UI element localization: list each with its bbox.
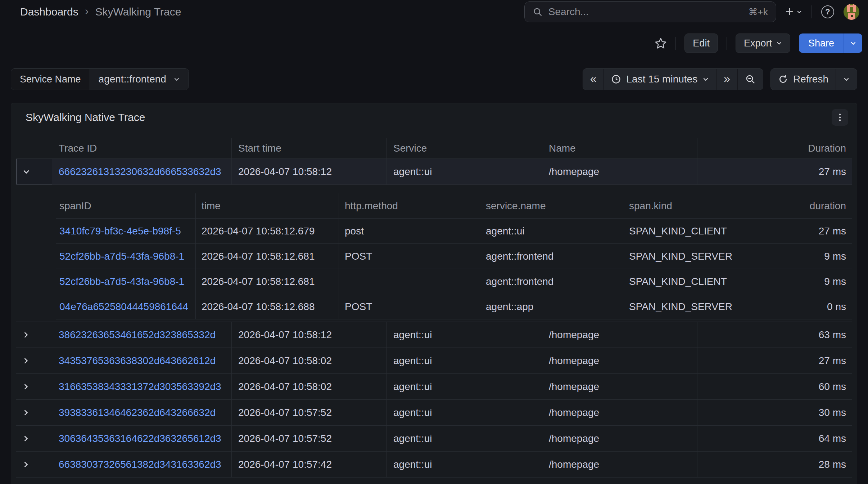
- service-name-value: agent::frontend: [99, 73, 166, 85]
- breadcrumb-current: SkyWalking Trace: [95, 6, 181, 18]
- span-row: 04e76a65258044459861644 2026-04-07 10:58…: [56, 294, 852, 319]
- refresh-label: Refresh: [793, 73, 828, 85]
- service-name-select[interactable]: agent::frontend: [90, 69, 189, 90]
- trace-id-link[interactable]: 31663538343331372d303563392d3: [52, 374, 232, 399]
- trace-id-link[interactable]: 34353765363638302d643662612d: [52, 348, 232, 373]
- span-http-method-cell: [339, 269, 480, 294]
- span-time-cell: 2026-04-07 10:58:12.681: [196, 269, 339, 294]
- span-duration-cell: 27 ms: [766, 219, 852, 243]
- span-kind-cell: SPAN_KIND_CLIENT: [623, 269, 766, 294]
- table-row[interactable]: 66623261313230632d666533632d3 2026-04-07…: [16, 159, 852, 185]
- span-service-name-cell: agent::ui: [480, 219, 623, 243]
- span-column-header-spanid[interactable]: spanID: [56, 193, 196, 218]
- service-name-label: Service Name: [11, 69, 90, 90]
- time-shift-back-button[interactable]: «: [583, 69, 604, 90]
- search-input[interactable]: [548, 6, 743, 18]
- span-id-link[interactable]: 52cf26bb-a7d5-43fa-96b8-1: [56, 269, 196, 294]
- double-chevron-left-icon: «: [590, 73, 597, 84]
- time-range-picker[interactable]: Last 15 minutes: [604, 69, 716, 90]
- dashboard-controls: Service Name agent::frontend « Last 15 m…: [0, 68, 868, 90]
- span-table-header-row: spanID time http.method service.name spa…: [56, 193, 852, 219]
- panel-menu-button[interactable]: [832, 109, 848, 126]
- time-shift-forward-button[interactable]: »: [716, 69, 738, 90]
- table-row[interactable]: 39383361346462362d643266632d 2026-04-07 …: [16, 400, 852, 426]
- span-service-name-cell: agent::app: [480, 294, 623, 319]
- row-expand-button[interactable]: [16, 348, 52, 373]
- span-time-cell: 2026-04-07 10:58:12.679: [196, 219, 339, 243]
- table-row[interactable]: 30636435363164622d363265612d3 2026-04-07…: [16, 426, 852, 452]
- trace-id-link[interactable]: 30636435363164622d363265612d3: [52, 426, 232, 451]
- share-button[interactable]: Share: [799, 33, 844, 53]
- refresh-interval-button[interactable]: [836, 69, 857, 90]
- duration-cell: 64 ms: [697, 426, 852, 451]
- panel-title: SkyWalking Native Trace: [26, 111, 145, 124]
- table-row[interactable]: 66383037326561382d343163362d3 2026-04-07…: [16, 452, 852, 478]
- expander-header: [16, 138, 52, 158]
- span-column-header-service-name[interactable]: service.name: [480, 193, 623, 218]
- table-row[interactable]: 31663538343331372d303563392d3 2026-04-07…: [16, 374, 852, 400]
- panel-header: SkyWalking Native Trace: [16, 103, 852, 126]
- span-id-link[interactable]: 3410fc79-bf3c-4e5e-b98f-5: [56, 219, 196, 243]
- trace-id-link[interactable]: 39383361346462362d643266632d: [52, 400, 232, 425]
- help-icon[interactable]: ?: [821, 5, 834, 18]
- span-duration-cell: 0 ns: [766, 294, 852, 319]
- trace-id-link[interactable]: 66623261313230632d666533632d3: [52, 159, 232, 184]
- start-time-cell: 2026-04-07 10:58:02: [232, 374, 387, 399]
- breadcrumb: Dashboards › SkyWalking Trace: [20, 6, 181, 18]
- column-header-trace-id[interactable]: Trace ID: [52, 138, 232, 158]
- duration-cell: 27 ms: [697, 159, 852, 184]
- span-column-header-time[interactable]: time: [196, 193, 339, 218]
- duration-cell: 27 ms: [697, 348, 852, 373]
- row-expand-button[interactable]: [16, 374, 52, 399]
- trace-id-link[interactable]: 38623263653461652d323865332d: [52, 322, 232, 348]
- nav-divider: [812, 5, 812, 18]
- duration-cell: 30 ms: [697, 400, 852, 425]
- span-table: spanID time http.method service.name spa…: [56, 185, 852, 322]
- column-header-start-time[interactable]: Start time: [232, 138, 387, 158]
- name-cell: /homepage: [542, 426, 697, 451]
- name-cell: /homepage: [542, 322, 697, 348]
- trace-id-link[interactable]: 66383037326561382d343163362d3: [52, 452, 232, 477]
- row-expand-button[interactable]: [16, 400, 52, 425]
- zoom-out-button[interactable]: [738, 69, 763, 90]
- span-time-cell: 2026-04-07 10:58:12.688: [196, 294, 339, 319]
- share-menu-button[interactable]: [844, 33, 862, 53]
- search-box[interactable]: ⌘+k: [524, 1, 776, 22]
- span-column-header-http-method[interactable]: http.method: [339, 193, 480, 218]
- trace-table: Trace ID Start time Service Name Duratio…: [16, 138, 852, 478]
- toolbar-divider: [675, 37, 676, 50]
- duration-cell: 28 ms: [697, 452, 852, 477]
- table-row[interactable]: 38623263653461652d323865332d 2026-04-07 …: [16, 322, 852, 348]
- column-header-service[interactable]: Service: [387, 138, 542, 158]
- share-split-button: Share: [799, 33, 862, 53]
- expanded-span-table: spanID time http.method service.name spa…: [16, 185, 852, 322]
- chevron-down-icon: [796, 9, 802, 15]
- span-service-name-cell: agent::frontend: [480, 244, 623, 269]
- add-new-button[interactable]: +: [786, 5, 802, 19]
- chevron-right-icon: [22, 357, 30, 365]
- avatar[interactable]: [844, 4, 859, 20]
- start-time-cell: 2026-04-07 10:58:12: [232, 322, 387, 348]
- span-id-link[interactable]: 04e76a65258044459861644: [56, 294, 196, 319]
- plus-icon: +: [786, 4, 794, 18]
- row-expand-button[interactable]: [16, 452, 52, 477]
- span-column-header-span-kind[interactable]: span.kind: [623, 193, 766, 218]
- row-collapse-button[interactable]: [16, 159, 52, 184]
- edit-button[interactable]: Edit: [684, 33, 718, 53]
- table-row[interactable]: 34353765363638302d643662612d 2026-04-07 …: [16, 348, 852, 374]
- service-cell: agent::ui: [387, 400, 542, 425]
- column-header-name[interactable]: Name: [542, 138, 697, 158]
- start-time-cell: 2026-04-07 10:57:52: [232, 426, 387, 451]
- export-button[interactable]: Export: [736, 33, 790, 53]
- chevron-down-icon: [22, 168, 30, 176]
- span-row: 52cf26bb-a7d5-43fa-96b8-1 2026-04-07 10:…: [56, 269, 852, 294]
- star-icon[interactable]: [655, 37, 667, 49]
- column-header-duration[interactable]: Duration: [697, 138, 852, 158]
- row-expand-button[interactable]: [16, 322, 52, 348]
- clock-icon: [611, 74, 621, 84]
- refresh-button[interactable]: Refresh: [771, 69, 836, 90]
- span-column-header-duration[interactable]: duration: [766, 193, 852, 218]
- row-expand-button[interactable]: [16, 426, 52, 451]
- span-id-link[interactable]: 52cf26bb-a7d5-43fa-96b8-1: [56, 244, 196, 269]
- breadcrumb-dashboards[interactable]: Dashboards: [20, 6, 78, 18]
